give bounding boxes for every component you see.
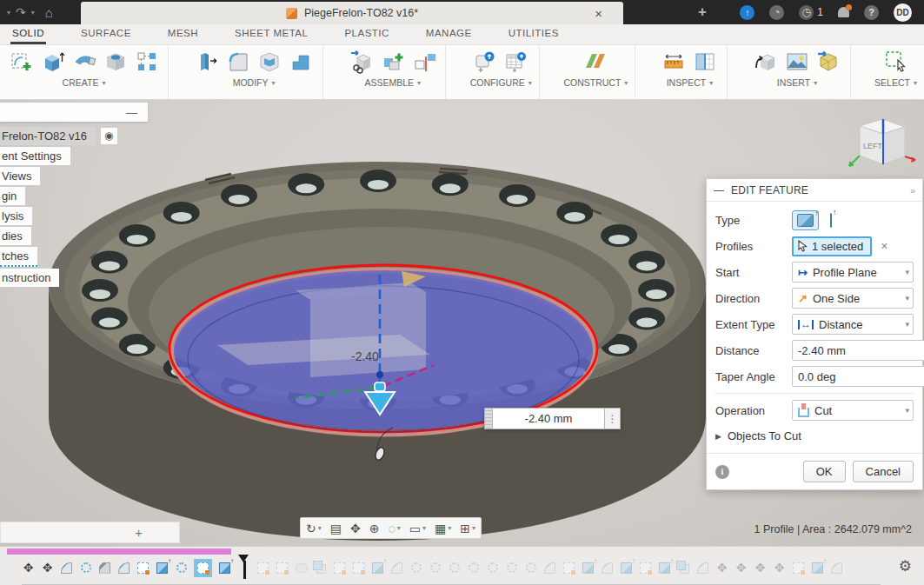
inline-dimension-label[interactable]: -2.40: [351, 349, 379, 363]
layout-grid-icon[interactable]: ▦▾: [435, 522, 451, 535]
extensions-icon[interactable]: ↑: [740, 5, 754, 20]
timeline-feature-fillet[interactable]: [830, 561, 843, 575]
clear-selection-icon[interactable]: ×: [881, 239, 887, 253]
timeline-feature-form[interactable]: [295, 561, 308, 575]
dimension-options-icon[interactable]: ⋮: [605, 408, 621, 429]
create-sketch-icon[interactable]: [7, 47, 36, 76]
timeline-feature-pattern[interactable]: [467, 561, 480, 575]
timeline-feature-move[interactable]: ✥: [22, 561, 35, 575]
group-label-assemble[interactable]: ASSEMBLE▾: [364, 77, 421, 88]
timeline-feature-move[interactable]: ✥: [735, 561, 748, 575]
timeline-feature-pattern[interactable]: [524, 561, 537, 575]
help-icon[interactable]: ?: [864, 5, 879, 20]
timeline-feature-fillet[interactable]: [543, 561, 556, 575]
timeline-group-bar[interactable]: [7, 548, 231, 555]
tab-mesh[interactable]: MESH: [166, 24, 200, 44]
ok-button[interactable]: OK: [803, 461, 846, 482]
recent-activity[interactable]: ◷ 1: [799, 5, 823, 20]
timeline-feature-pattern[interactable]: [409, 561, 422, 575]
info-icon[interactable]: i: [715, 465, 729, 479]
taper-angle-field[interactable]: [792, 366, 924, 387]
browser-item[interactable]: nstruction: [0, 269, 59, 287]
group-label-create[interactable]: CREATE▾: [63, 77, 106, 88]
direction-dropdown[interactable]: ↗ One Side ▾: [792, 288, 914, 309]
timeline-feature-move[interactable]: ✥: [773, 561, 786, 575]
extrude-thin-type-icon[interactable]: [824, 209, 837, 230]
objects-to-cut-expander[interactable]: ▶ Objects To Cut: [715, 423, 914, 449]
insert-derive-icon[interactable]: [752, 47, 781, 76]
timeline-feature-sketch[interactable]: [256, 561, 269, 575]
job-status-icon[interactable]: ◔: [769, 5, 784, 20]
dimension-drag-grip[interactable]: [484, 408, 492, 429]
timeline-feature-fillet[interactable]: [696, 561, 709, 575]
select-icon[interactable]: [881, 47, 910, 76]
extent-type-dropdown[interactable]: ↔ Distance ▾: [792, 314, 914, 335]
shell-icon[interactable]: [256, 47, 284, 76]
orbit-icon[interactable]: ↻▾: [306, 522, 322, 535]
timeline-feature-fillet[interactable]: [390, 561, 403, 575]
timeline-feature-pattern[interactable]: [448, 561, 461, 575]
timeline-feature-extrude[interactable]: [371, 561, 384, 575]
timeline-feature-sketch[interactable]: [276, 561, 289, 575]
configuration-table-icon[interactable]: [502, 47, 531, 76]
hole-icon[interactable]: [101, 47, 130, 76]
timeline-feature-pattern[interactable]: [429, 561, 442, 575]
timeline-feature-fillet[interactable]: [117, 561, 130, 575]
configure-icon[interactable]: [471, 47, 500, 76]
undo-dropdown-caret[interactable]: ▾: [7, 9, 10, 17]
cancel-button[interactable]: Cancel: [853, 461, 914, 482]
measure-icon[interactable]: [660, 47, 688, 76]
timeline-feature-chamfer[interactable]: [98, 561, 111, 575]
redo-icon[interactable]: ↷: [16, 5, 26, 19]
viewcube[interactable]: LEFT: [844, 110, 919, 184]
pan-icon[interactable]: ✥: [350, 522, 361, 535]
distance-field[interactable]: [792, 340, 924, 361]
display-settings-icon[interactable]: ▭▾: [409, 522, 426, 535]
timeline-feature-combine[interactable]: [677, 561, 690, 575]
group-label-modify[interactable]: MODIFY▾: [233, 77, 276, 88]
start-dropdown[interactable]: ↦ Profile Plane ▾: [792, 262, 914, 283]
timeline-feature-move[interactable]: ✥: [715, 561, 728, 575]
timeline-settings-gear-icon[interactable]: ⚙: [899, 557, 912, 575]
dialog-expand-icon[interactable]: »: [910, 185, 915, 196]
tab-surface[interactable]: SURFACE: [79, 24, 133, 44]
insert-into-design-icon[interactable]: [347, 47, 376, 76]
timeline-feature-extrude[interactable]: [658, 561, 671, 575]
timeline-feature-sketch[interactable]: [352, 561, 365, 575]
zoom-fit-icon[interactable]: ◌▾: [388, 522, 400, 535]
timeline-feature-sketch[interactable]: [562, 561, 575, 575]
timeline-feature-pattern[interactable]: [486, 561, 499, 575]
operation-dropdown[interactable]: Cut ▾: [792, 400, 914, 421]
tab-sheet-metal[interactable]: SHEET METAL: [233, 24, 309, 44]
dialog-header[interactable]: — EDIT FEATURE »: [707, 179, 922, 202]
user-avatar[interactable]: DD: [894, 3, 912, 22]
group-label-construct[interactable]: CONSTRUCT▾: [563, 77, 628, 88]
new-component-icon[interactable]: [378, 47, 407, 76]
timeline-feature-move[interactable]: ✥: [754, 561, 767, 575]
timeline-playhead[interactable]: [237, 556, 250, 579]
timeline-feature-sketch[interactable]: [639, 561, 652, 575]
group-label-insert[interactable]: INSERT▾: [777, 77, 817, 88]
timeline-feature-extrude[interactable]: [811, 561, 824, 575]
browser-item[interactable]: gin: [0, 187, 25, 205]
extrude-icon[interactable]: [38, 47, 67, 76]
timeline-feature-extrude[interactable]: [582, 561, 595, 575]
home-icon[interactable]: ⌂: [45, 5, 53, 20]
revolve-icon[interactable]: [70, 47, 98, 76]
timeline-feature-sketch[interactable]: [333, 561, 346, 575]
look-at-icon[interactable]: ▤: [330, 522, 342, 535]
browser-item[interactable]: Views: [0, 167, 40, 185]
browser-collapse-icon[interactable]: —: [126, 106, 137, 119]
browser-panel-header[interactable]: —: [0, 103, 148, 122]
tab-manage[interactable]: MANAGE: [424, 24, 474, 44]
group-label-configure[interactable]: CONFIGURE▾: [470, 77, 532, 88]
document-tab[interactable]: PiegeFrelon-TO82 v16* ×: [81, 2, 623, 24]
browser-item[interactable]: lysis: [0, 207, 32, 225]
fillet-icon[interactable]: [224, 47, 253, 76]
new-document-tab-icon[interactable]: +: [698, 3, 707, 21]
section-analysis-icon[interactable]: [691, 47, 720, 76]
tab-solid[interactable]: SOLID: [10, 24, 46, 44]
combine-icon[interactable]: [287, 47, 316, 76]
insert-mesh-icon[interactable]: [814, 47, 843, 76]
close-tab-icon[interactable]: ×: [595, 6, 602, 21]
